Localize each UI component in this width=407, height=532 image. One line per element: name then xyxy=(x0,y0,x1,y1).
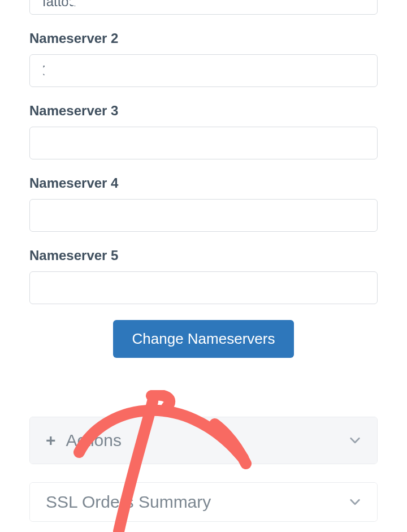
actions-panel-header[interactable]: + Actions xyxy=(30,417,377,464)
nameserver-1-input[interactable] xyxy=(29,0,378,15)
ssl-orders-panel-title: SSL Orders Summary xyxy=(46,492,349,512)
nameserver-5-group: Nameserver 5 xyxy=(29,248,378,304)
change-nameservers-button[interactable]: Change Nameservers xyxy=(113,320,295,358)
nameserver-4-label: Nameserver 4 xyxy=(29,175,378,191)
chevron-down-icon xyxy=(349,434,361,447)
actions-panel: + Actions xyxy=(29,417,378,464)
nameserver-2-label: Nameserver 2 xyxy=(29,31,378,46)
ssl-orders-panel-header[interactable]: SSL Orders Summary xyxy=(30,483,377,521)
actions-panel-title: Actions xyxy=(66,431,349,450)
plus-icon: + xyxy=(46,432,56,449)
nameserver-3-label: Nameserver 3 xyxy=(29,103,378,119)
nameserver-2-input[interactable] xyxy=(29,54,378,87)
nameserver-3-input[interactable] xyxy=(29,127,378,159)
nameserver-1-group xyxy=(29,0,378,15)
chevron-down-icon xyxy=(349,496,361,508)
nameserver-5-input[interactable] xyxy=(29,271,378,304)
nameserver-5-label: Nameserver 5 xyxy=(29,248,378,263)
ssl-orders-panel: SSL Orders Summary xyxy=(29,482,378,522)
nameserver-4-group: Nameserver 4 xyxy=(29,175,378,232)
nameserver-3-group: Nameserver 3 xyxy=(29,103,378,159)
nameserver-4-input[interactable] xyxy=(29,199,378,232)
nameserver-2-group: Nameserver 2 xyxy=(29,31,378,87)
